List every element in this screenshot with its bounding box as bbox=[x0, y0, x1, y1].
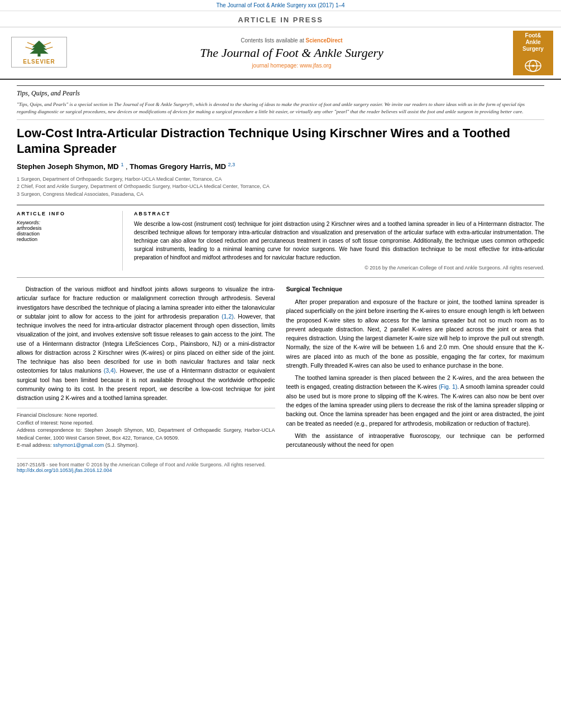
article-in-press-banner: ARTICLE IN PRESS bbox=[0, 11, 561, 27]
abstract-text: We describe a low-cost (instrument cost)… bbox=[134, 220, 544, 262]
affil-1: 1 Surgeon, Department of Orthopaedic Sur… bbox=[17, 176, 544, 184]
article-title: Low-Cost Intra-Articular Distraction Tec… bbox=[17, 126, 544, 156]
article-info-col: ARTICLE INFO Keywords: arthrodesis distr… bbox=[17, 211, 123, 271]
fig1-ref: (Fig. 1) bbox=[439, 383, 457, 390]
svg-line-5 bbox=[44, 42, 51, 45]
body-right-col: Surgical Technique After proper preparat… bbox=[286, 285, 545, 452]
authors-line: Stephen Joseph Shymon, MD 1 , Thomas Gre… bbox=[17, 162, 544, 171]
affil-2: 2 Chief, Foot and Ankle Surgery, Departm… bbox=[17, 183, 544, 191]
article-info-heading: ARTICLE INFO bbox=[17, 211, 114, 216]
journal-homepage: journal homepage: www.jfas.org bbox=[252, 62, 331, 69]
journal-logo-icon bbox=[522, 55, 544, 74]
abstract-col: ABSTRACT We describe a low-cost (instrum… bbox=[134, 211, 544, 271]
journal-logo-text: Foot&AnkleSurgery bbox=[522, 32, 544, 52]
body-right-p3: With the assistance of intraoperative fl… bbox=[286, 431, 545, 450]
footnote-financial: Financial Disclosure: None reported. bbox=[17, 412, 275, 420]
sciencedirect-line: Contents lists available at ScienceDirec… bbox=[241, 37, 342, 44]
elsevier-wordmark: ELSEVIER bbox=[23, 59, 55, 65]
issn-line: 1067-2516/$ - see front matter © 2016 by… bbox=[17, 462, 544, 467]
author2-affil: 2,3 bbox=[228, 162, 236, 167]
journal-logo-area: Foot&AnkleSurgery bbox=[511, 31, 555, 75]
footnote-address: Address correspondence to: Stephen Josep… bbox=[17, 427, 275, 442]
journal-logo-box: Foot&AnkleSurgery bbox=[513, 31, 553, 75]
page-wrapper: The Journal of Foot & Ankle Surgery xxx … bbox=[0, 0, 561, 728]
homepage-url[interactable]: www.jfas.org bbox=[300, 62, 332, 69]
elsevier-logo-area: ELSEVIER bbox=[6, 31, 73, 75]
content-area: Tips, Quips, and Pearls "Tips, Quips, an… bbox=[0, 80, 561, 479]
body-left-p1: Distraction of the various midfoot and h… bbox=[17, 285, 275, 402]
affil-3: 3 Surgeon, Congress Medical Associates, … bbox=[17, 191, 544, 199]
article-info-abstract-section: ARTICLE INFO Keywords: arthrodesis distr… bbox=[17, 205, 544, 271]
surgical-technique-heading: Surgical Technique bbox=[286, 285, 545, 294]
elsevier-tree-icon bbox=[20, 40, 59, 57]
bottom-bar: 1067-2516/$ - see front matter © 2016 by… bbox=[17, 458, 544, 473]
body-left-col: Distraction of the various midfoot and h… bbox=[17, 285, 275, 452]
author1-affil: 1 bbox=[121, 162, 123, 167]
footnote-conflict: Conflict of Interest: None reported. bbox=[17, 420, 275, 427]
body-section: Distraction of the various midfoot and h… bbox=[17, 277, 544, 452]
keywords-label: Keywords: bbox=[17, 220, 114, 225]
citation-text: The Journal of Foot & Ankle Surgery xxx … bbox=[216, 2, 344, 8]
doi-link[interactable]: http://dx.doi.org/10.1053/j.jfas.2016.12… bbox=[17, 467, 112, 473]
doi-line: http://dx.doi.org/10.1053/j.jfas.2016.12… bbox=[17, 467, 544, 473]
svg-line-4 bbox=[27, 42, 35, 45]
footnote-email: E-mail address: sshymon1@gmail.com (S.J.… bbox=[17, 442, 275, 450]
abstract-heading: ABSTRACT bbox=[134, 211, 544, 216]
author2-name: Thomas Gregory Harris, MD bbox=[130, 163, 226, 171]
sciencedirect-link[interactable]: ScienceDirect bbox=[306, 37, 343, 44]
body-right-p2: The toothed lamina spreader is then plac… bbox=[286, 373, 545, 428]
email-link[interactable]: sshymon1@gmail.com bbox=[53, 442, 104, 448]
elsevier-logo: ELSEVIER bbox=[11, 37, 67, 68]
svg-line-7 bbox=[46, 47, 53, 49]
author1-name: Stephen Joseph Shymon, MD bbox=[17, 163, 119, 171]
svg-point-11 bbox=[532, 65, 534, 67]
svg-line-6 bbox=[26, 47, 32, 49]
keyword-3: reduction bbox=[17, 237, 114, 242]
ref-3-4: (3,4) bbox=[104, 367, 116, 374]
keyword-2: distraction bbox=[17, 231, 114, 237]
journal-title: The Journal of Foot & Ankle Surgery bbox=[200, 46, 383, 60]
intro-italic-block: "Tips, Quips, and Pearls" is a special s… bbox=[17, 101, 544, 120]
journal-header: ELSEVIER Contents lists available at Sci… bbox=[0, 27, 561, 80]
footnote-section: Financial Disclosure: None reported. Con… bbox=[17, 408, 275, 450]
affiliations: 1 Surgeon, Department of Orthopaedic Sur… bbox=[17, 176, 544, 199]
svg-marker-3 bbox=[30, 46, 49, 53]
banner-text: ARTICLE IN PRESS bbox=[238, 16, 323, 24]
section-label: Tips, Quips, and Pearls bbox=[17, 85, 544, 98]
body-right-p1: After proper preparation and exposure of… bbox=[286, 297, 545, 370]
ref-1-2: (1,2) bbox=[222, 313, 234, 320]
keyword-1: arthrodesis bbox=[17, 225, 114, 231]
copyright-line: © 2016 by the American College of Foot a… bbox=[134, 265, 544, 271]
journal-header-center: Contents lists available at ScienceDirec… bbox=[78, 31, 505, 75]
